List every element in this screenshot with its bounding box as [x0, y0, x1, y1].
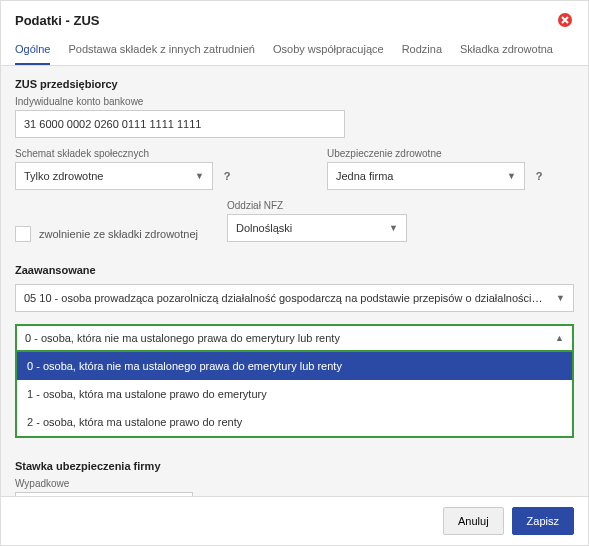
dropdown-list: 0 - osoba, która nie ma ustalonego prawa…: [15, 352, 574, 438]
tab-health[interactable]: Składka zdrowotna: [460, 35, 553, 65]
dropdown-option-2[interactable]: 2 - osoba, która ma ustalone prawo do re…: [17, 408, 572, 436]
account-input[interactable]: [15, 110, 345, 138]
chevron-down-icon: ▼: [556, 293, 565, 303]
advanced-section-title: Zaawansowane: [15, 264, 574, 276]
scheme-value: Tylko zdrowotne: [24, 170, 103, 182]
tab-bar: Ogólne Podstawa składek z innych zatrudn…: [1, 35, 588, 66]
dropdown-selected-text: 0 - osoba, która nie ma ustalonego prawa…: [25, 332, 340, 344]
save-button[interactable]: Zapisz: [512, 507, 574, 535]
chevron-down-icon: ▼: [507, 171, 516, 181]
zus-section-title: ZUS przedsiębiorcy: [15, 78, 574, 90]
close-button[interactable]: [556, 11, 574, 29]
tab-base[interactable]: Podstawa składek z innych zatrudnień: [68, 35, 255, 65]
nfz-select[interactable]: Dolnośląski ▼: [227, 214, 407, 242]
chevron-down-icon: ▼: [389, 223, 398, 233]
tab-family[interactable]: Rodzina: [402, 35, 442, 65]
advanced-select1-value: 05 10 - osoba prowadząca pozarolniczą dz…: [24, 292, 565, 304]
exemption-label: zwolnienie ze składki zdrowotnej: [39, 228, 198, 240]
exemption-checkbox[interactable]: [15, 226, 31, 242]
health-label: Ubezpieczenie zdrowotne: [327, 148, 547, 159]
scheme-label: Schemat składek społecznych: [15, 148, 235, 159]
dialog-header: Podatki - ZUS: [1, 1, 588, 35]
dropdown-option-1[interactable]: 1 - osoba, która ma ustalone prawo do em…: [17, 380, 572, 408]
scheme-help-icon[interactable]: ?: [219, 168, 235, 184]
chevron-up-icon: ▲: [555, 333, 564, 343]
dialog-title: Podatki - ZUS: [15, 13, 100, 28]
advanced-select-1[interactable]: 05 10 - osoba prowadząca pozarolniczą dz…: [15, 284, 574, 312]
tab-general[interactable]: Ogólne: [15, 35, 50, 65]
dialog-footer: Anuluj Zapisz: [1, 496, 588, 545]
accident-label: Wypadkowe: [15, 478, 215, 489]
nfz-label: Oddział NFZ: [227, 200, 407, 211]
tab-cooperating[interactable]: Osoby współpracujące: [273, 35, 384, 65]
accident-select[interactable]: standardowa ▼: [15, 492, 193, 496]
health-help-icon[interactable]: ?: [531, 168, 547, 184]
dialog-body: ZUS przedsiębiorcy Indywidualne konto ba…: [1, 66, 588, 496]
cancel-button[interactable]: Anuluj: [443, 507, 504, 535]
scheme-select[interactable]: Tylko zdrowotne ▼: [15, 162, 213, 190]
nfz-value: Dolnośląski: [236, 222, 292, 234]
account-label: Indywidualne konto bankowe: [15, 96, 574, 107]
advanced-dropdown: 0 - osoba, która nie ma ustalonego prawa…: [15, 324, 574, 438]
dropdown-option-0[interactable]: 0 - osoba, która nie ma ustalonego prawa…: [17, 352, 572, 380]
health-value: Jedna firma: [336, 170, 393, 182]
dropdown-selected[interactable]: 0 - osoba, która nie ma ustalonego prawa…: [15, 324, 574, 352]
dialog: Podatki - ZUS Ogólne Podstawa składek z …: [0, 0, 589, 546]
chevron-down-icon: ▼: [195, 171, 204, 181]
close-icon: [557, 12, 573, 28]
health-select[interactable]: Jedna firma ▼: [327, 162, 525, 190]
rate-section-title: Stawka ubezpieczenia firmy: [15, 460, 574, 472]
